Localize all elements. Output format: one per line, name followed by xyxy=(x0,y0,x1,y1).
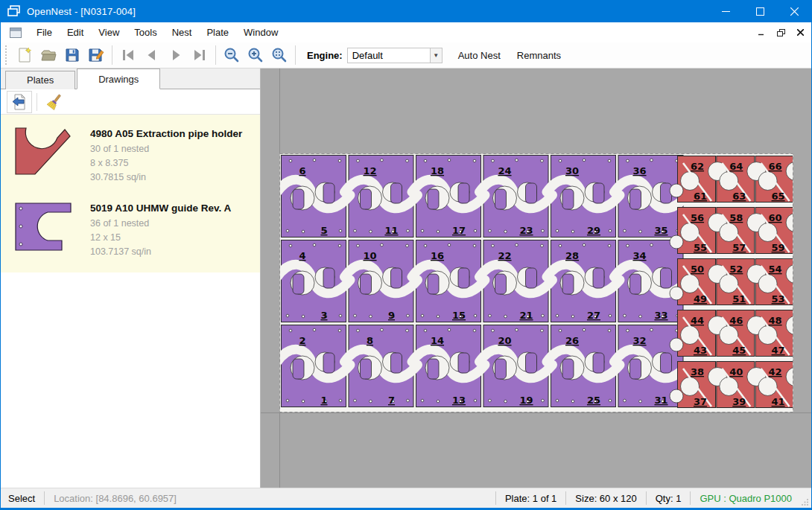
menu-tools[interactable]: Tools xyxy=(127,23,164,42)
new-file-button[interactable] xyxy=(13,44,37,66)
engine-combobox[interactable]: Default xyxy=(347,48,431,63)
toolbar-grip[interactable] xyxy=(5,45,10,65)
mdi-restore-button[interactable] xyxy=(773,25,789,40)
part-number: 35 xyxy=(654,225,667,236)
drawing-size: 8 x 8.375 xyxy=(90,156,242,170)
go-previous-icon xyxy=(143,46,161,64)
close-button[interactable] xyxy=(777,0,811,22)
auto-nest-button[interactable]: Auto Nest xyxy=(451,46,507,65)
part-number: 4 xyxy=(299,250,305,261)
part-number: 63 xyxy=(732,191,746,202)
mdi-close-button[interactable] xyxy=(792,25,808,40)
part-number: 27 xyxy=(587,310,600,321)
part-number: 25 xyxy=(587,395,600,406)
clear-drawings-button[interactable] xyxy=(42,91,67,113)
part-number: 30 xyxy=(565,165,579,176)
drawing-thumbnail-purple xyxy=(14,201,74,255)
part-number: 33 xyxy=(654,310,667,321)
drawing-item-5019[interactable]: 5019 A10 UHMW guide Rev. A 36 of 1 neste… xyxy=(1,195,260,265)
drawings-list: 4980 A05 Extraction pipe holder 30 of 1 … xyxy=(1,115,260,488)
title-bar: OpenNest - [N0317-004] xyxy=(1,0,811,22)
zoom-fit-button[interactable] xyxy=(267,44,291,66)
part-number: 60 xyxy=(769,212,782,223)
engine-label: Engine: xyxy=(307,50,343,61)
menu-edit[interactable]: Edit xyxy=(60,23,91,42)
status-plate: Plate: 1 of 1 xyxy=(496,491,565,505)
zoom-out-button[interactable] xyxy=(220,44,244,66)
drawing-title: 4980 A05 Extraction pipe holder xyxy=(90,128,242,139)
go-next-button[interactable] xyxy=(164,44,188,66)
broom-icon xyxy=(45,93,63,111)
status-qty: Qty: 1 xyxy=(647,491,691,505)
save-as-button[interactable] xyxy=(84,44,108,66)
part-number: 56 xyxy=(691,212,704,223)
part-number: 15 xyxy=(452,310,466,321)
part-number: 36 xyxy=(632,165,646,176)
part-number: 20 xyxy=(498,335,511,346)
minimize-button[interactable] xyxy=(708,0,743,22)
part-number: 10 xyxy=(363,250,376,261)
tab-drawings[interactable]: Drawings xyxy=(77,68,160,89)
main-body: Plates Drawings xyxy=(1,68,811,488)
drawing-item-4980[interactable]: 4980 A05 Extraction pipe holder 30 of 1 … xyxy=(1,121,260,191)
part-number: 44 xyxy=(691,315,704,326)
part-number: 47 xyxy=(772,345,785,356)
part-number: 2 xyxy=(299,335,305,346)
part-number: 53 xyxy=(772,293,785,305)
save-button[interactable] xyxy=(60,44,84,66)
resize-grip[interactable] xyxy=(801,488,811,508)
part-number: 52 xyxy=(729,264,743,275)
go-last-button[interactable] xyxy=(188,44,212,66)
save-icon xyxy=(63,46,81,64)
part-number: 12 xyxy=(363,165,376,176)
part-number: 40 xyxy=(729,366,743,377)
part-number: 62 xyxy=(691,161,704,172)
part-number: 16 xyxy=(431,250,444,261)
menu-file[interactable]: File xyxy=(29,23,60,42)
menu-window[interactable]: Window xyxy=(236,23,285,42)
mdi-document-icon[interactable] xyxy=(10,28,22,38)
mdi-minimize-button[interactable] xyxy=(753,25,770,40)
drawing-area: 103.7137 sq/in xyxy=(90,245,231,259)
engine-combobox-arrow[interactable]: ▼ xyxy=(431,48,443,63)
part-number: 43 xyxy=(694,345,707,356)
drawing-area: 30.7815 sq/in xyxy=(90,170,242,185)
app-icon xyxy=(7,5,21,17)
menu-view[interactable]: View xyxy=(91,23,127,42)
zoom-in-button[interactable] xyxy=(244,44,267,66)
part-number: 37 xyxy=(694,396,707,407)
part-number: 24 xyxy=(498,165,511,176)
menu-plate[interactable]: Plate xyxy=(199,23,236,42)
part-number: 3 xyxy=(320,310,327,321)
plate-svg[interactable]: 6512111817242330293635431091615222128273… xyxy=(279,153,793,412)
go-previous-button[interactable] xyxy=(140,44,164,66)
part-number: 50 xyxy=(691,264,704,275)
toolbar-separator xyxy=(215,45,216,65)
status-location: Location: [84.8696, 60.6957] xyxy=(45,491,185,505)
toolbar-separator xyxy=(112,45,112,65)
remnants-button[interactable]: Remnants xyxy=(510,46,568,65)
drawing-thumbnail-red xyxy=(14,127,74,180)
status-mode: Select xyxy=(1,491,44,505)
part-number: 23 xyxy=(519,225,533,236)
part-number: 29 xyxy=(587,225,600,236)
part-number: 13 xyxy=(452,395,466,406)
part-number: 1 xyxy=(320,395,327,406)
part-number: 19 xyxy=(519,395,533,406)
nest-canvas[interactable]: 6512111817242330293635431091615222128273… xyxy=(261,68,811,488)
save-as-icon xyxy=(87,46,105,64)
menu-nest[interactable]: Nest xyxy=(165,23,200,42)
import-drawing-button[interactable] xyxy=(7,91,32,113)
part-number: 42 xyxy=(769,366,782,377)
part-number: 61 xyxy=(694,191,707,202)
go-first-button[interactable] xyxy=(116,44,140,66)
maximize-button[interactable] xyxy=(743,0,777,22)
tab-plates[interactable]: Plates xyxy=(5,71,75,89)
part-number: 45 xyxy=(732,345,746,356)
open-file-button[interactable] xyxy=(37,44,60,66)
go-next-icon xyxy=(167,46,185,64)
part-number: 11 xyxy=(384,225,398,236)
drawing-title: 5019 A10 UHMW guide Rev. A xyxy=(90,203,231,214)
part-number: 18 xyxy=(431,165,444,176)
plate-bottom-guideline xyxy=(261,412,811,413)
